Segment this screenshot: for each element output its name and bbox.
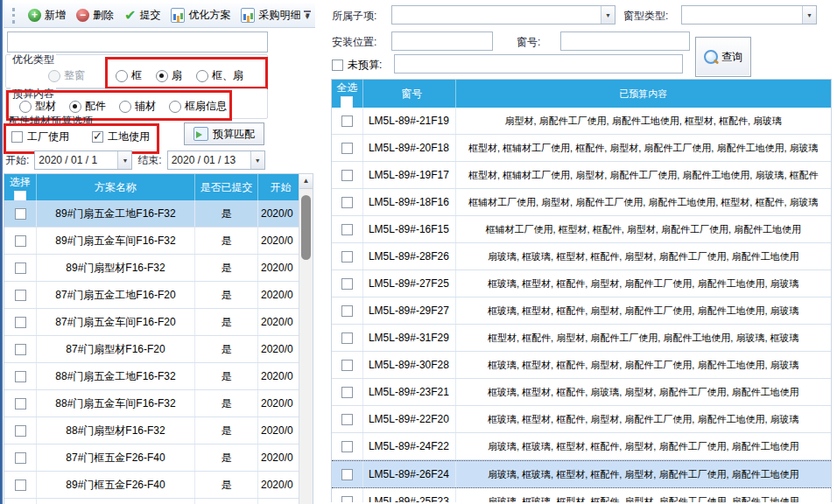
window-row[interactable]: LM5L-89#-21F19 扇型材, 扇配件工厂使用, 扇配件工地使用, 框型… [332,108,831,135]
select-all-header[interactable]: 选择 [4,174,37,200]
window-row[interactable]: LM5L-89#-23F21 框玻璃, 框型材, 框配件, 扇玻璃, 扇型材, … [332,379,831,406]
window-no-header[interactable]: 窗号 [363,80,456,108]
row-checkbox[interactable] [15,425,26,437]
plan-name-header[interactable]: 方案名称 [37,174,195,200]
plan-row[interactable]: 87#门扇五金工地F16-F20 是 2020/0 [4,282,300,309]
query-button[interactable]: 查询 [695,37,751,77]
budget-radio[interactable]: 型材 [19,99,56,114]
opt-type-radio[interactable]: 扇 [156,68,182,83]
scroll-up-arrow-icon[interactable]: ▲ [299,174,313,189]
row-checkbox[interactable] [15,480,26,491]
window-no-input[interactable] [560,32,690,51]
row-checkbox[interactable] [341,170,353,181]
vertical-scrollbar[interactable]: ▲ [299,174,313,504]
submitted-header[interactable]: 是否已提交 [195,174,258,200]
toolbar-grip[interactable] [12,8,18,24]
no-budget-checkbox[interactable]: 未预算: [332,58,382,73]
acc-checkbox[interactable]: 工地使用 [92,130,150,144]
row-checkbox[interactable] [341,116,353,127]
row-checkbox[interactable] [15,452,26,464]
select-all-checkbox[interactable] [14,191,26,200]
row-checkbox[interactable] [341,387,353,398]
row-checkbox[interactable] [341,224,353,235]
submit-button[interactable]: ✔ 提交 [124,8,160,23]
row-checkbox[interactable] [341,441,353,452]
window-row[interactable]: LM5L-89#-20F18 框型材, 框辅材工厂使用, 框配件, 扇型材, 扇… [332,135,831,162]
plan-row[interactable]: 88#门扇五金工地F16-F32 是 2020/0 [4,363,300,390]
chevron-down-icon[interactable]: ▼ [250,151,264,169]
window-row[interactable]: LM5L-89#-26F24 扇玻璃, 框玻璃, 框型材, 框配件, 扇型材, … [332,460,831,488]
row-checkbox[interactable] [341,197,353,208]
no-budget-input[interactable] [394,54,683,74]
plan-row[interactable]: 88#门扇五金车间F16-F32 是 2020/0 [4,390,300,417]
checkbox-icon [11,131,23,143]
plan-row[interactable]: 89#门扇五金车间F16-F32 是 2020/0 [4,228,300,255]
opt-type-radio[interactable]: 框、扇 [196,68,243,83]
plan-row[interactable]: 89#门框五金F26-F40 是 2020/0 [4,472,300,499]
row-checkbox[interactable] [341,469,353,480]
window-row[interactable]: LM5L-89#-27F25 框玻璃, 框型材, 框配件, 扇型材, 扇配件工厂… [332,270,831,298]
window-row[interactable]: LM5L-89#-31F29 框型材, 框配件, 扇型材, 扇配件工厂使用, 扇… [332,325,831,352]
toolbar-overflow-button[interactable]: ▼ [301,9,313,24]
optimization-plan-button[interactable]: 优化方案 [171,8,230,23]
window-type-combobox[interactable]: ▼ [681,5,817,24]
sub-item-combobox[interactable]: ▼ [391,5,615,24]
add-button[interactable]: + 新增 [28,8,66,23]
row-checkbox[interactable] [341,251,353,262]
window-row[interactable]: LM5L-89#-30F28 框玻璃, 框型材, 框配件, 扇型材, 扇配件工厂… [332,352,831,379]
row-checkbox[interactable] [341,414,353,425]
row-checkbox[interactable] [15,371,26,382]
scrollbar-thumb[interactable] [301,195,311,260]
window-row[interactable]: LM5L-89#-19F17 框型材, 框辅材工厂使用, 扇型材, 扇配件工厂使… [332,162,831,189]
plan-row[interactable]: 88#门框五金F21-F40 是 2020/0 [4,499,300,504]
window-row[interactable]: LM5L-89#-25F23 扇玻璃, 框玻璃, 框型材, 框配件, 扇型材, … [332,488,831,502]
row-checkbox[interactable] [15,344,26,355]
plan-row[interactable]: 89#门扇型材F16-F32 是 2020/0 [4,255,300,282]
budget-match-button[interactable]: 预算匹配 [184,122,264,145]
row-checkbox[interactable] [15,398,26,410]
row-checkbox[interactable] [15,235,26,247]
start-header[interactable]: 开始 [258,174,300,200]
plan-row[interactable]: 89#门扇五金工地F16-F32 是 2020/0 [4,200,300,228]
plan-row[interactable]: 87#门扇五金车间F16-F20 是 2020/0 [4,309,300,336]
budget-radio[interactable]: 框扇信息 [169,99,227,114]
row-checkbox[interactable] [15,290,26,301]
window-row[interactable]: LM5L-89#-22F20 框玻璃, 框型材, 框配件, 扇型材, 扇配件工厂… [332,406,831,433]
window-row[interactable]: LM5L-89#-18F16 框辅材工厂使用, 扇型材, 扇配件工厂使用, 扇配… [332,189,831,216]
opt-type-radio[interactable]: 框 [116,68,142,83]
plan-search-input[interactable] [7,32,268,52]
row-checkbox[interactable] [15,262,26,274]
row-checkbox[interactable] [341,496,353,503]
select-all-checkbox[interactable] [341,96,353,108]
row-checkbox[interactable] [341,278,353,290]
plan-row[interactable]: 87#门框五金F26-F40 是 2020/0 [4,444,300,472]
delete-button[interactable]: − 删除 [76,8,114,23]
window-row[interactable]: LM5L-89#-29F27 框玻璃, 框型材, 框配件, 扇型材, 扇配件工厂… [332,298,831,325]
select-all-header[interactable]: 全选 [332,80,363,108]
plan-row[interactable]: 88#门扇型材F16-F32 是 2020/0 [4,417,300,444]
budget-radio[interactable]: 辅材 [119,99,156,114]
row-checkbox[interactable] [15,317,26,328]
window-no-cell: LM5L-89#-28F26 [363,243,456,270]
end-date-picker[interactable]: 2020 / 01 / 13 ▼ [167,150,265,170]
row-checkbox[interactable] [341,143,353,154]
chevron-down-icon[interactable]: ▼ [117,151,131,169]
chevron-down-icon[interactable]: ▼ [802,6,816,24]
row-checkbox[interactable] [341,332,353,344]
submit-button-label: 提交 [139,8,160,23]
budgeted-content-header[interactable]: 已预算内容 [456,80,831,108]
row-checkbox[interactable] [341,360,353,371]
radio-whole-window[interactable]: 整窗 [48,68,85,83]
plan-row[interactable]: 87#门扇型材F16-F20 是 2020/0 [4,336,300,363]
window-no-cell: LM5L-89#-30F28 [363,352,456,378]
row-checkbox[interactable] [341,305,353,317]
window-row[interactable]: LM5L-89#-28F26 扇玻璃, 框玻璃, 框型材, 框配件, 扇型材, … [332,243,831,270]
budget-radio[interactable]: 配件 [69,99,106,114]
start-date-picker[interactable]: 2020 / 01 / 1 ▼ [34,150,132,170]
row-checkbox[interactable] [15,208,26,220]
chevron-down-icon[interactable]: ▼ [601,6,615,24]
install-position-input[interactable] [391,32,493,51]
window-row[interactable]: LM5L-89#-24F22 扇玻璃, 框玻璃, 框型材, 框配件, 扇型材, … [332,433,831,460]
window-row[interactable]: LM5L-89#-16F15 框辅材工厂使用, 框型材, 框配件, 扇型材, 扇… [332,216,831,243]
acc-checkbox[interactable]: 工厂使用 [11,130,69,144]
